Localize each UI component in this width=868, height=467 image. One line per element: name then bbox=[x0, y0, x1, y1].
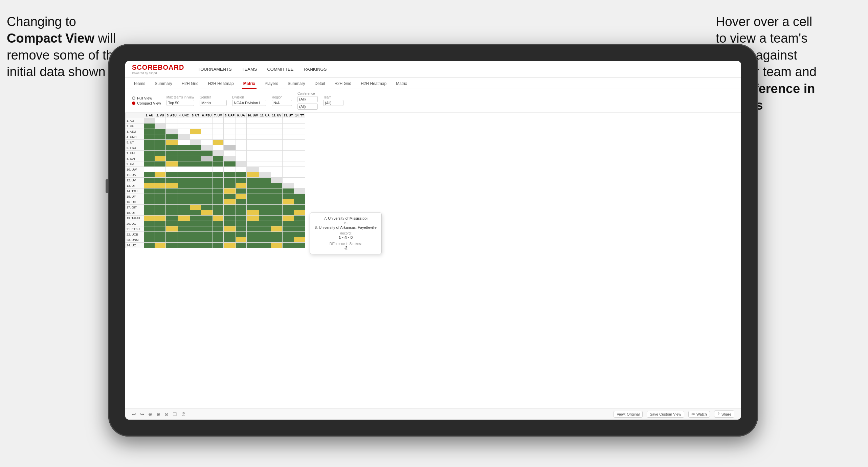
matrix-cell-2-10[interactable] bbox=[259, 129, 271, 134]
matrix-cell-5-11[interactable] bbox=[271, 145, 283, 151]
matrix-cell-14-6[interactable] bbox=[213, 194, 224, 199]
matrix-cell-4-4[interactable] bbox=[190, 140, 201, 145]
matrix-cell-11-6[interactable] bbox=[213, 178, 224, 183]
matrix-cell-12-8[interactable] bbox=[236, 183, 246, 188]
matrix-cell-13-7[interactable] bbox=[224, 188, 236, 194]
max-teams-select[interactable]: Top 50 bbox=[166, 100, 194, 106]
matrix-cell-23-10[interactable] bbox=[259, 243, 271, 248]
matrix-cell-18-1[interactable] bbox=[155, 216, 166, 221]
matrix-cell-21-7[interactable] bbox=[224, 232, 236, 237]
matrix-cell-3-3[interactable] bbox=[178, 134, 190, 140]
matrix-cell-10-9[interactable] bbox=[246, 172, 259, 178]
matrix-cell-14-2[interactable] bbox=[166, 194, 178, 199]
matrix-cell-5-1[interactable] bbox=[155, 145, 166, 151]
matrix-cell-2-11[interactable] bbox=[271, 129, 283, 134]
matrix-cell-4-11[interactable] bbox=[271, 140, 283, 145]
matrix-cell-14-3[interactable] bbox=[178, 194, 190, 199]
matrix-cell-0-9[interactable] bbox=[246, 118, 259, 124]
matrix-cell-12-10[interactable] bbox=[259, 183, 271, 188]
matrix-cell-19-2[interactable] bbox=[166, 221, 178, 226]
matrix-cell-23-5[interactable] bbox=[201, 243, 213, 248]
matrix-cell-18-13[interactable] bbox=[294, 216, 305, 221]
matrix-cell-10-13[interactable] bbox=[294, 172, 305, 178]
tab-h2h-grid-2[interactable]: H2H Grid bbox=[333, 79, 353, 89]
matrix-cell-14-10[interactable] bbox=[259, 194, 271, 199]
matrix-cell-16-2[interactable] bbox=[166, 205, 178, 210]
matrix-cell-11-4[interactable] bbox=[190, 178, 201, 183]
matrix-cell-17-9[interactable] bbox=[246, 210, 259, 216]
matrix-cell-11-13[interactable] bbox=[294, 178, 305, 183]
matrix-cell-0-0[interactable] bbox=[144, 118, 155, 124]
matrix-cell-17-2[interactable] bbox=[166, 210, 178, 216]
tab-h2h-heatmap-2[interactable]: H2H Heatmap bbox=[359, 79, 388, 89]
matrix-cell-3-0[interactable] bbox=[144, 134, 155, 140]
tab-summary-2[interactable]: Summary bbox=[286, 79, 306, 89]
tab-teams[interactable]: Teams bbox=[132, 79, 147, 89]
matrix-cell-19-9[interactable] bbox=[246, 221, 259, 226]
matrix-cell-4-2[interactable] bbox=[166, 140, 178, 145]
matrix-cell-4-7[interactable] bbox=[224, 140, 236, 145]
matrix-cell-16-1[interactable] bbox=[155, 205, 166, 210]
matrix-cell-2-3[interactable] bbox=[178, 129, 190, 134]
matrix-cell-15-8[interactable] bbox=[236, 199, 246, 205]
matrix-cell-21-9[interactable] bbox=[246, 232, 259, 237]
matrix-cell-3-8[interactable] bbox=[236, 134, 246, 140]
matrix-cell-3-10[interactable] bbox=[259, 134, 271, 140]
matrix-cell-21-11[interactable] bbox=[271, 232, 283, 237]
matrix-cell-1-13[interactable] bbox=[294, 124, 305, 129]
matrix-cell-11-5[interactable] bbox=[201, 178, 213, 183]
matrix-cell-1-3[interactable] bbox=[178, 124, 190, 129]
matrix-cell-8-6[interactable] bbox=[213, 161, 224, 167]
refresh-icon[interactable]: ⊕ bbox=[148, 412, 152, 417]
conference-select-2[interactable]: (All) bbox=[297, 104, 318, 110]
matrix-cell-9-6[interactable] bbox=[213, 167, 224, 172]
matrix-cell-9-13[interactable] bbox=[294, 167, 305, 172]
matrix-cell-7-10[interactable] bbox=[259, 156, 271, 161]
matrix-cell-21-8[interactable] bbox=[236, 232, 246, 237]
matrix-cell-2-8[interactable] bbox=[236, 129, 246, 134]
matrix-cell-8-13[interactable] bbox=[294, 161, 305, 167]
matrix-cell-0-4[interactable] bbox=[190, 118, 201, 124]
matrix-cell-16-3[interactable] bbox=[178, 205, 190, 210]
matrix-cell-19-12[interactable] bbox=[283, 221, 294, 226]
matrix-cell-19-6[interactable] bbox=[213, 221, 224, 226]
matrix-cell-16-7[interactable] bbox=[224, 205, 236, 210]
matrix-cell-12-7[interactable] bbox=[224, 183, 236, 188]
matrix-cell-17-3[interactable] bbox=[178, 210, 190, 216]
matrix-cell-14-7[interactable] bbox=[224, 194, 236, 199]
matrix-cell-1-9[interactable] bbox=[246, 124, 259, 129]
matrix-cell-0-3[interactable] bbox=[178, 118, 190, 124]
matrix-cell-19-1[interactable] bbox=[155, 221, 166, 226]
matrix-cell-2-13[interactable] bbox=[294, 129, 305, 134]
matrix-cell-7-9[interactable] bbox=[246, 156, 259, 161]
matrix-cell-11-8[interactable] bbox=[236, 178, 246, 183]
matrix-cell-6-13[interactable] bbox=[294, 151, 305, 156]
matrix-cell-5-13[interactable] bbox=[294, 145, 305, 151]
matrix-cell-7-4[interactable] bbox=[190, 156, 201, 161]
matrix-cell-6-0[interactable] bbox=[144, 151, 155, 156]
matrix-cell-14-1[interactable] bbox=[155, 194, 166, 199]
gender-select[interactable]: Men's bbox=[200, 100, 227, 106]
matrix-cell-18-9[interactable] bbox=[246, 216, 259, 221]
matrix-cell-11-12[interactable] bbox=[283, 178, 294, 183]
matrix-cell-23-13[interactable] bbox=[294, 243, 305, 248]
matrix-cell-18-6[interactable] bbox=[213, 216, 224, 221]
matrix-cell-22-6[interactable] bbox=[213, 237, 224, 243]
matrix-cell-5-0[interactable] bbox=[144, 145, 155, 151]
matrix-cell-19-13[interactable] bbox=[294, 221, 305, 226]
matrix-cell-0-11[interactable] bbox=[271, 118, 283, 124]
matrix-cell-18-0[interactable] bbox=[144, 216, 155, 221]
matrix-cell-3-7[interactable] bbox=[224, 134, 236, 140]
matrix-cell-16-9[interactable] bbox=[246, 205, 259, 210]
matrix-cell-6-6[interactable] bbox=[213, 151, 224, 156]
matrix-cell-21-13[interactable] bbox=[294, 232, 305, 237]
matrix-cell-23-11[interactable] bbox=[271, 243, 283, 248]
matrix-cell-12-9[interactable] bbox=[246, 183, 259, 188]
matrix-cell-22-12[interactable] bbox=[283, 237, 294, 243]
matrix-cell-4-10[interactable] bbox=[259, 140, 271, 145]
matrix-cell-0-8[interactable] bbox=[236, 118, 246, 124]
matrix-cell-2-2[interactable] bbox=[166, 129, 178, 134]
matrix-cell-4-1[interactable] bbox=[155, 140, 166, 145]
matrix-cell-14-12[interactable] bbox=[283, 194, 294, 199]
nav-tournaments[interactable]: TOURNAMENTS bbox=[198, 65, 231, 73]
